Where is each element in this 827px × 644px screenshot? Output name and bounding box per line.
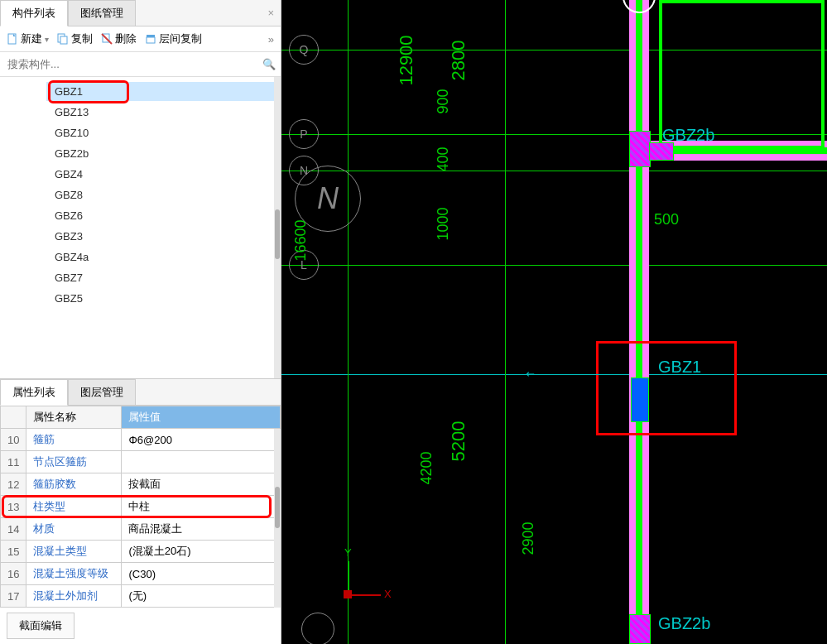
dim-1000: 1000	[435, 207, 452, 240]
rownum: 10	[1, 429, 26, 451]
prop-value[interactable]: 按截面	[122, 473, 281, 496]
prop-name: 混凝土外加剂	[26, 585, 122, 608]
rownum: 12	[1, 473, 26, 496]
prop-value[interactable]: Φ6@200	[122, 429, 281, 451]
table-row[interactable]: 17混凝土外加剂(无)	[1, 585, 281, 608]
list-item[interactable]: GBZ3	[46, 227, 281, 246]
component-toolbar: 新建 ▾ 复制 删除 层间复制 »	[0, 26, 281, 52]
dim-16600: 16600	[292, 219, 310, 261]
marker-gbz2b-bot[interactable]	[629, 614, 651, 644]
rownum: 11	[1, 451, 26, 473]
scrollbar[interactable]	[274, 77, 281, 378]
marker-gbz2b-top-ext[interactable]	[649, 142, 674, 161]
table-row[interactable]: 10箍筋Φ6@200	[1, 429, 281, 451]
table-row[interactable]: 15混凝土类型(混凝土20石)	[1, 541, 281, 563]
rownum: 15	[1, 541, 26, 563]
close-icon[interactable]: ×	[261, 7, 281, 19]
tab-drawing-mgmt[interactable]: 图纸管理	[68, 0, 136, 26]
expand-icon[interactable]: »	[268, 33, 274, 46]
delete-button[interactable]: 删除	[101, 31, 137, 46]
leader-line	[530, 374, 629, 375]
col-value[interactable]: 属性值	[122, 406, 281, 429]
list-item[interactable]: GBZ5	[46, 289, 281, 308]
layer-copy-icon	[145, 33, 156, 45]
prop-name: 混凝土类型	[26, 541, 122, 563]
list-item[interactable]: GBZ2b	[46, 144, 281, 163]
prop-value[interactable]: 商品混凝土	[122, 518, 281, 541]
leader-arrow-icon: ↙	[523, 366, 538, 381]
search-input[interactable]	[5, 55, 262, 73]
table-row[interactable]: 14材质商品混凝土	[1, 518, 281, 541]
list-item[interactable]: GBZ8	[46, 185, 281, 204]
list-item[interactable]: GBZ10	[46, 123, 281, 142]
list-item[interactable]: GBZ13	[46, 103, 281, 122]
prop-value[interactable]	[122, 451, 281, 473]
col-rownum	[1, 406, 26, 429]
prop-value[interactable]: 中柱	[122, 496, 281, 518]
dim-2900: 2900	[520, 521, 537, 555]
highlight-box-cad-gbz1	[596, 341, 737, 435]
new-button[interactable]: 新建 ▾	[7, 31, 49, 46]
prop-name: 箍筋胶数	[26, 473, 122, 496]
prop-value[interactable]: (无)	[122, 585, 281, 608]
gizmo-y-label: Y	[344, 546, 352, 559]
list-item[interactable]: GBZ4a	[46, 248, 281, 267]
property-panel-header: 属性列表 图层管理	[0, 379, 281, 406]
dropdown-icon: ▾	[45, 35, 49, 44]
layer-copy-button[interactable]: 层间复制	[145, 31, 202, 46]
table-row[interactable]: 13柱类型中柱	[1, 496, 281, 518]
search-icon[interactable]: 🔍	[262, 58, 276, 70]
label-gbz1: GBZ1	[658, 358, 701, 377]
list-item[interactable]: GBZ6	[46, 206, 281, 225]
prop-name: 混凝土强度等级	[26, 563, 122, 585]
rownum: 16	[1, 563, 26, 585]
table-row[interactable]: 12箍筋胶数按截面	[1, 473, 281, 496]
section-edit-button[interactable]: 截面编辑	[7, 613, 75, 639]
axis-p: P	[289, 119, 319, 149]
dim-4200: 4200	[418, 451, 435, 484]
dim-5200: 5200	[448, 421, 469, 462]
tab-component-list[interactable]: 构件列表	[0, 0, 68, 26]
rownum: 17	[1, 585, 26, 608]
label-gbz2b-bot: GBZ2b	[658, 614, 710, 633]
list-item[interactable]: GBZ1	[46, 82, 281, 101]
prop-name: 节点区箍筋	[26, 451, 122, 473]
dim-400: 400	[435, 147, 452, 171]
prop-name: 箍筋	[26, 429, 122, 451]
marker-gbz2b-top[interactable]	[629, 131, 651, 167]
prop-name: 材质	[26, 518, 122, 541]
table-row[interactable]: 16混凝土强度等级(C30)	[1, 563, 281, 585]
copy-button[interactable]: 复制	[57, 31, 93, 46]
gizmo-x-label: X	[384, 588, 392, 600]
new-icon	[7, 33, 18, 45]
rownum: 14	[1, 518, 26, 541]
copy-icon	[57, 33, 69, 45]
scrollbar[interactable]	[274, 429, 281, 608]
delete-icon	[101, 33, 113, 45]
svg-rect-6	[147, 35, 155, 37]
white-circle	[623, 0, 656, 13]
copy-label: 复制	[71, 31, 93, 46]
prop-value[interactable]: (C30)	[122, 563, 281, 585]
rownum: 13	[1, 496, 26, 518]
col-name[interactable]: 属性名称	[26, 406, 122, 429]
component-panel-header: 构件列表 图纸管理 ×	[0, 0, 281, 26]
marker-gbz1[interactable]	[631, 377, 649, 422]
tab-layer-mgmt[interactable]: 图层管理	[68, 379, 136, 405]
dim-2800: 2800	[448, 41, 469, 81]
dim-500: 500	[654, 211, 679, 228]
cad-canvas[interactable]: Q P N L N 12900 2800 900 400 1000 16600 …	[281, 0, 827, 644]
tab-property-list[interactable]: 属性列表	[0, 379, 68, 406]
search-row: 🔍	[0, 52, 281, 77]
table-row[interactable]: 11节点区箍筋	[1, 451, 281, 473]
axis-bubble-bottom	[301, 613, 334, 644]
new-label: 新建	[21, 31, 42, 46]
list-item[interactable]: GBZ7	[46, 268, 281, 287]
prop-value[interactable]: (混凝土20石)	[122, 541, 281, 563]
svg-rect-5	[147, 37, 155, 43]
property-table: 属性名称 属性值 10箍筋Φ6@20011节点区箍筋12箍筋胶数按截面13柱类型…	[0, 406, 281, 608]
list-item[interactable]: GBZ4	[46, 165, 281, 184]
dim-900: 900	[435, 89, 452, 113]
label-gbz2b-top: GBZ2b	[662, 126, 714, 145]
dim-12900: 12900	[396, 35, 417, 85]
